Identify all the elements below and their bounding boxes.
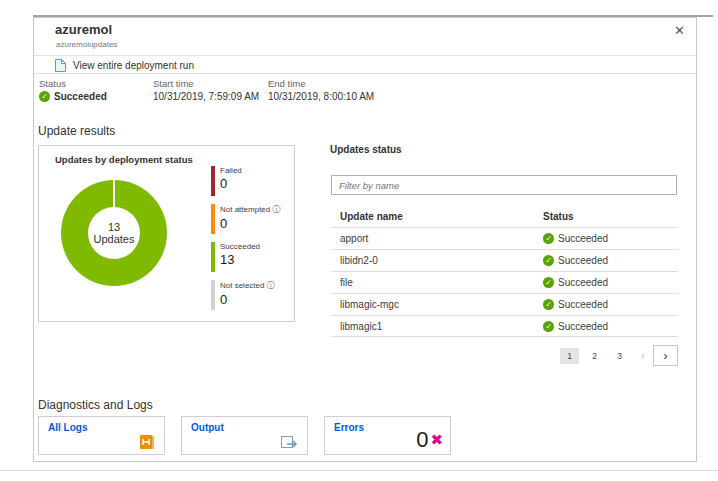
updates-table: Update name Status apport ✓ Succeeded li… [331, 206, 678, 337]
next-page-button[interactable]: › [653, 345, 678, 366]
donut-chart: 13 Updates [61, 180, 167, 286]
errors-count: 0 [416, 427, 428, 453]
status-cell: ✓ Succeeded [543, 299, 608, 310]
update-name-cell: apport [331, 233, 543, 244]
column-header-update-name: Update name [331, 211, 543, 222]
output-card[interactable]: Output [181, 416, 308, 455]
log-book-icon [139, 434, 155, 450]
not-attempted-color-bar [211, 204, 215, 234]
screen: azuremol azuremolupdates ✕ View entire d… [0, 0, 718, 481]
all-logs-card[interactable]: All Logs [38, 416, 165, 455]
legend-not-selected-label: Not selected [220, 281, 264, 290]
not-selected-color-bar [211, 280, 215, 310]
status-text: Succeeded [558, 321, 608, 332]
page-subtitle: azuremolupdates [56, 40, 117, 49]
legend-item-failed: Failed 0 [211, 166, 244, 198]
header-divider [34, 55, 696, 56]
success-check-icon: ✓ [543, 233, 554, 244]
page-button-1[interactable]: 1 [560, 348, 579, 364]
status-text: Succeeded [558, 233, 608, 244]
success-check-icon: ✓ [543, 299, 554, 310]
update-name-cell: libidn2-0 [331, 255, 543, 266]
update-results-heading: Update results [38, 124, 115, 138]
status-cell: ✓ Succeeded [543, 233, 608, 244]
errors-label: Errors [334, 422, 364, 433]
legend-not-attempted-value: 0 [220, 216, 280, 231]
update-name-cell: file [331, 277, 543, 288]
error-x-icon: ✖ [430, 431, 443, 449]
update-name-cell: libmagic-mgc [331, 299, 543, 310]
status-cell: ✓ Succeeded [543, 277, 608, 288]
page-bottom-divider [0, 470, 718, 471]
toolbar-divider [34, 73, 696, 74]
start-time-value: 10/31/2019, 7:59:09 AM [153, 91, 259, 102]
legend-failed-label: Failed [220, 166, 242, 175]
status-cell: ✓ Succeeded [543, 321, 608, 332]
legend-item-succeeded: Succeeded 13 [211, 242, 262, 274]
legend-failed-value: 0 [220, 176, 244, 191]
diagnostics-cards: All Logs Output Errors 0 ✖ [38, 416, 467, 455]
diagnostics-heading: Diagnostics and Logs [38, 398, 153, 412]
table-row: libmagic1 ✓ Succeeded [331, 315, 678, 337]
view-deployment-run-link[interactable]: View entire deployment run [55, 57, 194, 73]
legend-not-selected-value: 0 [220, 292, 274, 307]
errors-card[interactable]: Errors 0 ✖ [324, 416, 451, 455]
chart-title: Updates by deployment status [55, 154, 193, 165]
table-row: file ✓ Succeeded [331, 271, 678, 293]
document-icon [55, 59, 66, 72]
legend-item-not-selected: Not selectedⓘ 0 [211, 280, 274, 312]
start-time-label: Start time [153, 78, 194, 89]
success-check-icon: ✓ [543, 321, 554, 332]
table-row: libidn2-0 ✓ Succeeded [331, 249, 678, 271]
legend-succeeded-value: 13 [220, 252, 262, 267]
status-text: Succeeded [558, 277, 608, 288]
succeeded-color-bar [211, 242, 215, 272]
status-label: Status [39, 78, 66, 89]
end-time-label: End time [268, 78, 306, 89]
column-header-status: Status [543, 211, 574, 222]
page-button-2[interactable]: 2 [585, 348, 604, 364]
info-icon[interactable]: ⓘ [272, 205, 280, 214]
page-button-3[interactable]: 3 [610, 348, 629, 364]
deployment-status-chart-card: Updates by deployment status 13 Updates … [38, 145, 295, 322]
donut-gap [113, 180, 115, 208]
status-text: Succeeded [558, 299, 608, 310]
donut-total-label: Updates [94, 233, 135, 245]
status-text: Succeeded [558, 255, 608, 266]
status-badge: ✓ Succeeded [39, 91, 107, 102]
page-title: azuremol [55, 22, 112, 37]
filter-by-name-input[interactable] [331, 175, 677, 195]
updates-status-heading: Updates status [330, 144, 402, 155]
close-button[interactable]: ✕ [674, 23, 685, 39]
legend-succeeded-label: Succeeded [220, 242, 260, 251]
all-logs-label: All Logs [48, 422, 87, 433]
table-header-row: Update name Status [331, 206, 678, 227]
output-icon [281, 436, 298, 450]
donut-total-value: 13 [108, 221, 120, 233]
table-row: libmagic-mgc ✓ Succeeded [331, 293, 678, 315]
donut-center: 13 Updates [88, 207, 140, 259]
end-time-value: 10/31/2019, 8:00:10 AM [268, 91, 374, 102]
status-value: Succeeded [54, 91, 107, 102]
pagination: 1 2 3 ‹ › [331, 345, 678, 366]
table-row: apport ✓ Succeeded [331, 227, 678, 249]
failed-color-bar [211, 166, 215, 196]
legend-not-attempted-label: Not attempted [220, 205, 270, 214]
info-icon[interactable]: ⓘ [266, 281, 274, 290]
output-label: Output [191, 422, 224, 433]
view-deployment-run-label: View entire deployment run [73, 60, 194, 71]
success-check-icon: ✓ [39, 91, 50, 102]
errors-count-badge: 0 ✖ [416, 427, 443, 453]
success-check-icon: ✓ [543, 277, 554, 288]
legend-item-not-attempted: Not attemptedⓘ 0 [211, 204, 280, 236]
previous-page-icon: ‹ [641, 349, 645, 363]
update-name-cell: libmagic1 [331, 321, 543, 332]
update-run-dialog: azuremol azuremolupdates ✕ View entire d… [33, 17, 697, 462]
status-cell: ✓ Succeeded [543, 255, 608, 266]
success-check-icon: ✓ [543, 255, 554, 266]
